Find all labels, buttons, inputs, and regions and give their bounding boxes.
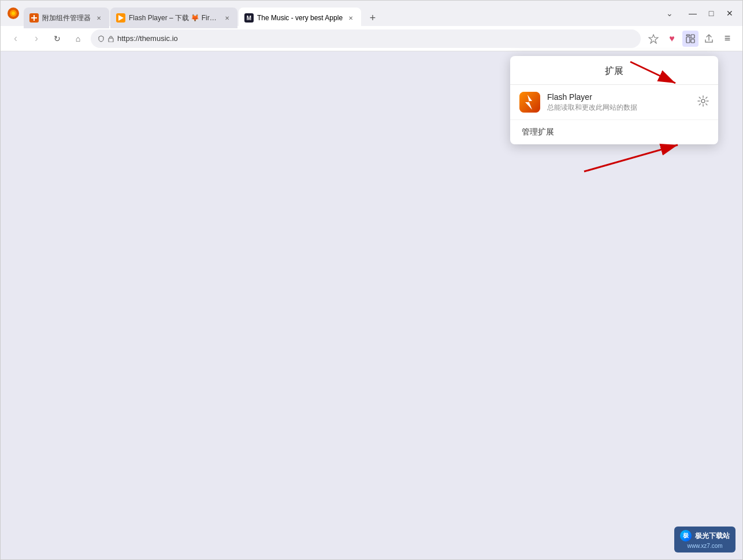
forward-button[interactable]: › [28, 31, 44, 47]
title-bar: 附加组件管理器 ✕ Flash Player – 下载 🦊 Firefo ✕ [1, 1, 742, 26]
flash-player-icon [519, 92, 540, 113]
svg-rect-15 [686, 35, 690, 36]
watermark-site-name: 极光下载站 [695, 531, 730, 541]
svg-text:M: M [247, 15, 251, 21]
watermark: 极 极光下载站 www.xz7.com [674, 527, 735, 552]
tab1-favicon [29, 13, 39, 23]
watermark-icon: 极 [680, 530, 692, 542]
tab3-close-button[interactable]: ✕ [346, 13, 355, 23]
security-icon [98, 35, 105, 42]
address-bar[interactable] [91, 29, 641, 48]
window-controls: — □ ✕ [685, 5, 738, 21]
nav-bar: ‹ › ↻ ⌂ ♥ [1, 26, 742, 51]
page-content: 扩展 Flash Player [1, 51, 742, 559]
svg-point-2 [12, 12, 15, 15]
minimize-button[interactable]: — [685, 5, 701, 21]
manage-extensions-link[interactable]: 管理扩展 [510, 120, 718, 144]
svg-line-18 [584, 145, 678, 171]
tab2-close-button[interactable]: ✕ [222, 13, 232, 23]
flash-player-desc: 总能读取和更改此网站的数据 [547, 103, 690, 113]
close-button[interactable]: ✕ [722, 5, 738, 21]
tab2-title: Flash Player – 下载 🦊 Firefo [129, 13, 219, 23]
tab-overflow-button[interactable]: ⌄ [662, 5, 678, 21]
home-button[interactable]: ⌂ [70, 31, 86, 47]
address-input[interactable] [117, 34, 634, 43]
browser-icon [5, 5, 21, 21]
tab1-title: 附加组件管理器 [42, 13, 91, 23]
back-button[interactable]: ‹ [8, 31, 24, 47]
extension-item-flash: Flash Player 总能读取和更改此网站的数据 [510, 85, 718, 120]
maximize-button[interactable]: □ [703, 5, 719, 21]
extensions-popup-header: 扩展 [510, 56, 718, 85]
watermark-url: www.xz7.com [680, 543, 730, 549]
svg-rect-12 [686, 37, 690, 43]
reload-button[interactable]: ↻ [49, 31, 65, 47]
browser-window: 附加组件管理器 ✕ Flash Player – 下载 🦊 Firefo ✕ [0, 0, 743, 560]
tab2-favicon [116, 13, 125, 23]
svg-rect-19 [519, 92, 540, 113]
tab-addon-manager[interactable]: 附加组件管理器 ✕ [24, 8, 109, 28]
tab1-close-button[interactable]: ✕ [94, 13, 103, 23]
svg-rect-10 [109, 38, 113, 42]
svg-rect-5 [34, 15, 35, 21]
new-tab-button[interactable]: + [365, 10, 381, 26]
svg-marker-11 [649, 35, 658, 43]
extensions-button[interactable] [682, 31, 699, 47]
menu-button[interactable]: ≡ [719, 31, 735, 47]
lock-icon [108, 35, 114, 42]
toolbar-icons: ♥ ≡ [645, 31, 735, 47]
star-button[interactable] [645, 31, 662, 47]
tab-flash-player[interactable]: Flash Player – 下载 🦊 Firefo ✕ [110, 8, 237, 28]
watermark-brand: 极 极光下载站 [680, 530, 730, 542]
flash-player-name: Flash Player [547, 92, 690, 102]
tab3-title: The Music - very best Apple [257, 14, 343, 22]
tab3-favicon: M [244, 13, 254, 23]
svg-rect-14 [691, 39, 694, 43]
extension-gear-button[interactable] [697, 95, 709, 110]
tab-bar: 附加组件管理器 ✕ Flash Player – 下载 🦊 Firefo ✕ [24, 1, 659, 26]
share-button[interactable] [701, 31, 717, 47]
flash-player-info: Flash Player 总能读取和更改此网站的数据 [547, 92, 690, 113]
extensions-popup: 扩展 Flash Player [510, 56, 718, 144]
svg-point-21 [701, 99, 705, 103]
svg-rect-13 [691, 35, 694, 38]
tab-music[interactable]: M The Music - very best Apple ✕ [239, 8, 361, 28]
heart-button[interactable]: ♥ [664, 31, 680, 47]
